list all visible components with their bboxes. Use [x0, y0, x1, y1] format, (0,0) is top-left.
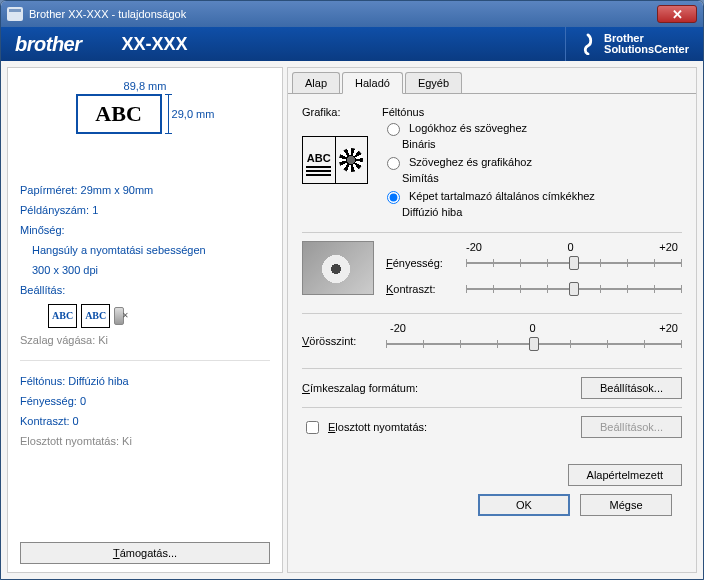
contrast-row: Kontraszt: — [386, 279, 682, 299]
settings-panel: Alap Haladó Egyéb Grafika: ABC Féltónus — [287, 67, 697, 573]
distributed-checkbox[interactable] — [306, 421, 319, 434]
graphics-sample-icon: ABC — [302, 136, 368, 184]
distributed-checkbox-row[interactable]: Elosztott nyomtatás: — [302, 418, 427, 437]
divider — [302, 313, 682, 314]
brand-model: XX-XXX — [122, 34, 188, 55]
radio-diffusion-input[interactable] — [387, 191, 400, 204]
info-quality-h: Minőség: — [20, 220, 270, 240]
printer-icon — [7, 7, 23, 21]
info-paper-size: Papírméret: 29mm x 90mm — [20, 180, 270, 200]
defaults-button[interactable]: Alapértelmezett — [568, 464, 682, 486]
tab-advanced[interactable]: Haladó — [342, 72, 403, 94]
preview-width-label: 89,8 mm — [20, 80, 270, 92]
tape-format-row: Címkeszalag formátum: Beállítások... — [302, 377, 682, 399]
roll-icon — [114, 307, 124, 325]
radio-binary-sub: Bináris — [402, 138, 682, 150]
tab-body-advanced: Grafika: ABC Féltónus Logókhoz és szöveg… — [288, 93, 696, 572]
preview-height-mark: 29,0 mm — [168, 94, 215, 134]
radio-dither-input[interactable] — [387, 157, 400, 170]
printer-properties-window: Brother XX-XXX - tulajdonságok ✕ brother… — [0, 0, 704, 580]
contrast-slider[interactable] — [466, 279, 682, 299]
slider-scale: -20 0 +20 — [386, 241, 682, 253]
info-list: Papírméret: 29mm x 90mm Példányszám: 1 M… — [20, 180, 270, 451]
divider — [302, 407, 682, 408]
brightness-slider[interactable] — [466, 253, 682, 273]
halftone-heading: Féltónus — [382, 106, 682, 118]
graphics-section: Grafika: ABC Féltónus Logókhoz és szöveg… — [302, 106, 682, 224]
support-button[interactable]: Támogatás... — [20, 542, 270, 564]
close-button[interactable]: ✕ — [657, 5, 697, 23]
graphics-label: Grafika: — [302, 106, 368, 118]
preview-thumb — [302, 241, 374, 295]
radio-binary-input[interactable] — [387, 123, 400, 136]
radio-dither[interactable]: Szöveghez és grafikához — [382, 156, 682, 170]
divider — [20, 360, 270, 361]
abc-icon: ABC — [48, 304, 77, 328]
red-level-label: Vörösszint: — [302, 335, 374, 347]
distributed-row: Elosztott nyomtatás: Beállítások... — [302, 416, 682, 438]
dialog-body: 89,8 mm ABC 29,0 mm Papírméret: 29mm x 9… — [1, 61, 703, 579]
brightness-row: Fényesség: — [386, 253, 682, 273]
brand-logo: brother — [15, 33, 82, 56]
divider — [302, 232, 682, 233]
solutions-center-link[interactable]: BrotherSolutionsCenter — [565, 27, 689, 61]
brightness-contrast-block: -20 0 +20 Fényesség: Kontras — [302, 241, 682, 305]
brightness-label: Fényesség: — [386, 257, 458, 269]
contrast-label: Kontraszt: — [386, 283, 458, 295]
info-distributed: Elosztott nyomtatás: Ki — [20, 431, 270, 451]
window-title: Brother XX-XXX - tulajdonságok — [29, 8, 657, 20]
solutions-center-label: BrotherSolutionsCenter — [604, 33, 689, 55]
info-copies: Példányszám: 1 — [20, 200, 270, 220]
tab-strip: Alap Haladó Egyéb — [288, 68, 696, 94]
cancel-button[interactable]: Mégse — [580, 494, 672, 516]
info-quality-v1: Hangsúly a nyomtatási sebességen — [32, 240, 270, 260]
preview-panel: 89,8 mm ABC 29,0 mm Papírméret: 29mm x 9… — [7, 67, 283, 573]
distributed-settings-button: Beállítások... — [581, 416, 682, 438]
red-row — [386, 334, 682, 354]
divider — [302, 368, 682, 369]
label-preview: 89,8 mm ABC 29,0 mm — [20, 80, 270, 134]
radio-dither-sub: Simítás — [402, 172, 682, 184]
distributed-label: Elosztott nyomtatás: — [328, 421, 427, 433]
radio-binary[interactable]: Logókhoz és szöveghez — [382, 122, 682, 136]
info-tape-cut: Szalag vágása: Ki — [20, 330, 270, 350]
radio-diffusion-sub: Diffúzió hiba — [402, 206, 682, 218]
red-slider[interactable] — [386, 334, 682, 354]
ok-button[interactable]: OK — [478, 494, 570, 516]
info-halftone: Féltónus: Diffúzió hiba — [20, 371, 270, 391]
halftone-group: Féltónus Logókhoz és szöveghez Bináris S… — [382, 106, 682, 224]
tab-basic[interactable]: Alap — [292, 72, 340, 94]
radio-diffusion[interactable]: Képet tartalmazó általános címkékhez — [382, 190, 682, 204]
preview-height-label: 29,0 mm — [172, 108, 215, 120]
tape-format-settings-button[interactable]: Beállítások... — [581, 377, 682, 399]
info-contrast: Kontraszt: 0 — [20, 411, 270, 431]
flower-icon — [339, 148, 363, 172]
slider-scale: -20 0 +20 — [386, 322, 682, 334]
info-settings-h: Beállítás: — [20, 280, 270, 300]
info-quality-v2: 300 x 300 dpi — [32, 260, 270, 280]
sunflower-icon — [321, 254, 351, 284]
tape-format-label: Címkeszalag formátum: — [302, 382, 418, 394]
tab-other[interactable]: Egyéb — [405, 72, 462, 94]
dimension-line-icon — [168, 94, 169, 134]
titlebar[interactable]: Brother XX-XXX - tulajdonságok ✕ — [1, 1, 703, 27]
dialog-footer: OK Mégse — [302, 486, 682, 516]
abc-icon: ABC — [81, 304, 110, 328]
slider-thumb[interactable] — [569, 256, 579, 270]
info-brightness: Fényesség: 0 — [20, 391, 270, 411]
brand-bar: brother XX-XXX BrotherSolutionsCenter — [1, 27, 703, 61]
setting-icons: ABC ABC — [48, 304, 270, 328]
slider-thumb[interactable] — [529, 337, 539, 351]
solutions-center-icon — [578, 33, 598, 55]
red-level-block: Vörösszint: -20 0 +20 — [302, 322, 682, 360]
label-sample: ABC — [76, 94, 162, 134]
slider-thumb[interactable] — [569, 282, 579, 296]
